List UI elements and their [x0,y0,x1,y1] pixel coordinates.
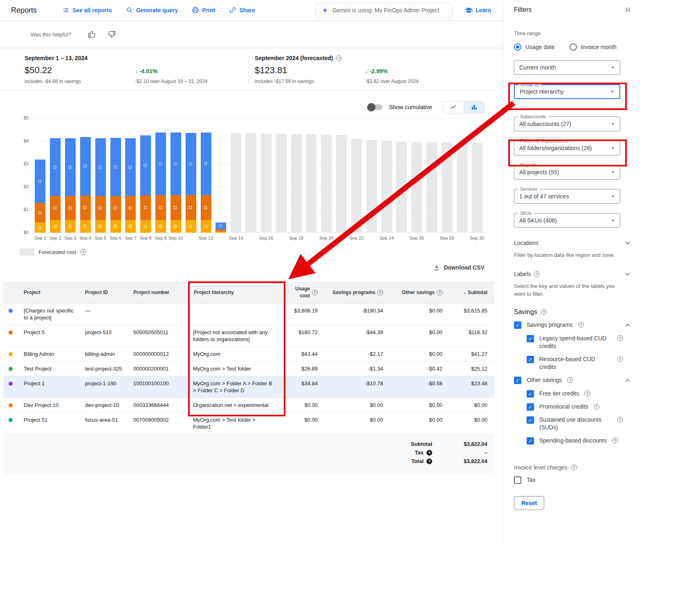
reset-button[interactable]: Reset [514,496,544,510]
table-row[interactable]: Billing Adminbilling-admin000000000012My… [3,347,494,362]
collapse-panel-icon[interactable] [624,6,632,14]
forecast-bar[interactable] [426,142,437,233]
help-icon[interactable]: ? [584,391,590,396]
spending-based-discounts-checkbox-row[interactable]: ✓ Spending-based discounts ? [527,437,632,445]
column-help-icon[interactable]: ? [437,290,442,295]
column-help-icon[interactable]: ? [312,290,318,295]
column-header[interactable]: Usage cost? [279,282,322,303]
column-header[interactable]: Other savings? [387,282,446,303]
forecast-bar[interactable] [381,141,392,233]
time-period-select[interactable]: Current month [514,60,620,75]
chevron-up-icon[interactable] [624,321,632,329]
table-row[interactable]: Dev Project 10dev-project-10000333666444… [3,398,494,413]
invoice-level-help-icon[interactable]: ? [571,465,577,470]
table-row[interactable]: Project 5project-510505050505011[Project… [3,325,494,347]
gemini-context-box[interactable]: Gemini is using: My FinOps Admin Project [315,3,453,18]
totals-help-icon[interactable]: ? [426,458,432,464]
checkbox-icon[interactable]: ✓ [527,335,534,342]
forecast-bar[interactable] [457,142,467,233]
labels-help-icon[interactable]: ? [534,271,540,277]
checkbox-icon[interactable]: ✓ [527,356,534,363]
forecast-bar[interactable] [276,134,287,233]
savings-programs-checkbox-row[interactable]: ✓ Savings programs ? [514,321,632,329]
forecast-bar[interactable] [366,140,377,233]
totals-help-icon[interactable]: ? [426,450,432,456]
checkbox-icon[interactable]: ✓ [527,403,534,411]
thumbs-up-icon[interactable] [88,30,96,39]
column-header[interactable]: Project hierarchy [188,282,279,303]
folders-organizations-select[interactable]: Folders & Organizations All folders/orga… [514,141,620,155]
cost-bar-segment[interactable] [215,229,226,232]
skus-select[interactable]: SKUs All SKUs (408) [514,213,620,228]
column-header[interactable]: Project ID [79,282,128,303]
checkbox-icon[interactable]: ✓ [514,377,521,384]
checkbox-icon[interactable]: ✓ [527,437,534,445]
thumbs-down-icon[interactable] [107,30,116,39]
column-header[interactable]: Project number [128,282,188,303]
legacy-spend-based-cud-credits-checkbox-row[interactable]: ✓ Legacy spend-based CUD credits ? [527,335,632,350]
sustained-use-discounts-suds-checkbox-row[interactable]: ✓ Sustained use discounts (SUDs) ? [527,416,632,431]
help-icon[interactable]: ? [617,335,623,341]
cost-bar-segment[interactable] [215,231,226,233]
labels-section-header[interactable]: Labels ? [514,270,632,278]
free-tier-credits-checkbox-row[interactable]: ✓ Free tier credits ? [527,390,632,398]
forecast-bar[interactable] [306,134,316,233]
help-icon[interactable]: ? [617,356,623,362]
tax-checkbox[interactable] [514,476,521,484]
generate-query-link[interactable]: Generate query [126,7,178,14]
locations-section-header[interactable]: Locations [514,239,632,247]
table-row[interactable]: Project 1project-1-190100100100100MyOrg.… [3,376,494,398]
forecast-bar[interactable] [411,142,422,233]
projects-select[interactable]: Projects All projects (55) [514,165,620,180]
forecast-legend-help-icon[interactable]: ? [81,249,86,255]
table-row[interactable]: Project 51focus-area-51007008009002MyOrg… [3,413,494,434]
group-by-select[interactable]: Group by Project Hierarchy [514,84,620,99]
help-icon[interactable]: ? [567,377,573,383]
column-header[interactable]: Savings programs? [322,282,387,303]
column-header[interactable]: Project [18,282,79,303]
other-savings-checkbox-row[interactable]: ✓ Other savings ? [514,376,632,384]
services-select[interactable]: Services 1 out of 47 services [514,189,620,204]
help-icon[interactable]: ? [612,438,618,443]
forecast-bar[interactable] [472,143,482,233]
see-all-reports-link[interactable]: See all reports [62,7,112,14]
column-header[interactable]: ↓Subtotal [446,282,494,303]
tax-checkbox-row[interactable]: Tax [514,476,632,484]
resource-based-cud-credits-checkbox-row[interactable]: ✓ Resource-based CUD credits ? [527,355,632,371]
share-link[interactable]: Share [229,7,255,14]
checkbox-icon[interactable]: ✓ [527,390,534,398]
checkbox-icon[interactable]: ✓ [527,416,534,424]
subaccounts-select[interactable]: Subaccounts All subaccounts (27) [514,117,620,131]
forecast-bar[interactable] [396,142,407,233]
column-help-icon[interactable]: ? [377,290,383,295]
invoice-month-radio[interactable]: Invoice month [570,43,617,51]
forecast-bar[interactable] [261,134,271,233]
forecast-bar[interactable] [291,134,302,233]
forecast-help-icon[interactable]: ? [336,55,342,61]
forecast-bar[interactable] [442,142,452,233]
help-icon[interactable]: ? [594,404,599,409]
table-row[interactable]: [Charges not specific to a project]—$3,8… [3,303,494,325]
promotional-credits-checkbox-row[interactable]: ✓ Promotional credits ? [527,403,632,411]
learn-link[interactable]: Learn [465,7,491,14]
print-link[interactable]: Print [192,7,215,14]
y-axis-tick-label: $4 [11,138,29,143]
line-chart-button[interactable] [443,101,464,113]
forecast-savings-note: includes -$17.59 in savings [255,79,365,84]
help-icon[interactable]: ? [617,417,623,422]
checkbox-icon[interactable]: ✓ [514,321,521,329]
forecast-bar[interactable] [231,133,241,233]
forecast-bar[interactable] [351,139,362,233]
chevron-up-icon[interactable] [624,376,632,384]
forecast-bar[interactable] [336,135,347,233]
series-color-dot [9,309,13,313]
table-row[interactable]: Test Projecttest-project-325000000200001… [3,362,494,376]
forecast-bar[interactable] [321,135,332,233]
savings-help-icon[interactable]: ? [541,309,547,315]
usage-date-radio[interactable]: Usage date [514,43,555,51]
show-cumulative-toggle[interactable] [368,104,382,110]
bar-chart-button[interactable] [464,101,484,113]
help-icon[interactable]: ? [578,322,584,328]
download-csv-button[interactable]: Download CSV [0,264,485,271]
forecast-bar[interactable] [246,133,256,233]
